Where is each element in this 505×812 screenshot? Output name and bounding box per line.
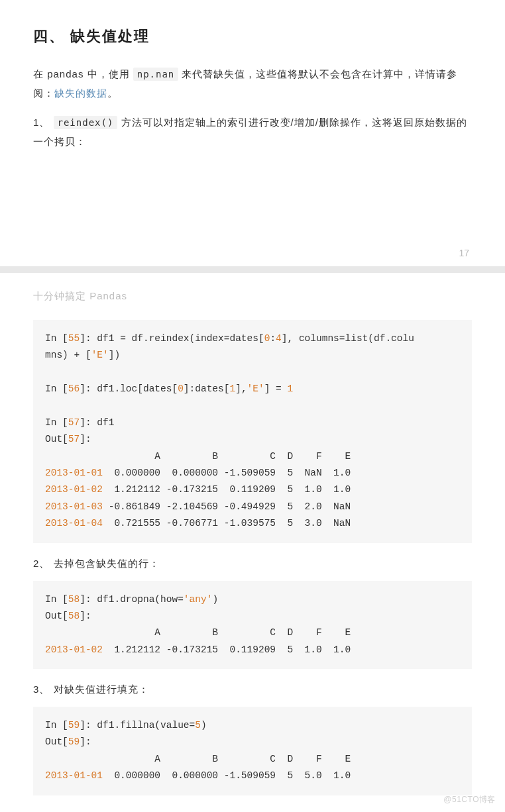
sub-2: 2、 去掉包含缺失值的行： <box>33 558 472 570</box>
t: 57 <box>68 417 80 428</box>
t: ]: <box>80 736 91 747</box>
t: ], <box>235 383 247 394</box>
code-reindex: reindex() <box>54 116 118 129</box>
t: 0.000000 0.000000 -1.509059 5 NaN 1.0 <box>103 468 351 478</box>
t: 'E' <box>247 383 264 394</box>
sub-3: 3、 对缺失值进行填充： <box>33 684 472 696</box>
t: 5 <box>195 720 201 731</box>
code-block-3: In [59]: df1.fillna(value=5) Out[59]: A … <box>33 707 472 795</box>
t: A B C D F E <box>45 627 351 638</box>
t: 58 <box>68 594 80 605</box>
t: In [ <box>45 720 68 731</box>
intro-post: 。 <box>107 87 118 99</box>
t: ) <box>212 594 218 605</box>
t: ]: <box>80 434 91 444</box>
code-block-2: In [58]: df1.dropna(how='any') Out[58]: … <box>33 581 472 670</box>
t: 1 <box>288 383 294 394</box>
t: 2013-01-02 <box>45 644 103 655</box>
t: 1.212112 -0.173215 0.119209 5 1.0 1.0 <box>103 644 351 655</box>
t: 'E' <box>91 350 109 360</box>
page-lower: 十分钟搞定 Pandas In [55]: df1 = df.reindex(i… <box>0 273 505 812</box>
t: 0.721555 -0.706771 -1.039575 5 3.0 NaN <box>103 518 351 529</box>
t: -0.861849 -2.104569 -0.494929 5 2.0 NaN <box>103 501 351 512</box>
page-upper: 四、 缺失值处理 在 pandas 中，使用 np.nan 来代替缺失值，这些值… <box>0 0 505 258</box>
t: ) <box>201 720 207 731</box>
t: ]:dates[ <box>184 383 230 394</box>
t: A B C D F E <box>45 451 351 462</box>
t: 0.000000 0.000000 -1.509059 5 5.0 1.0 <box>103 770 351 781</box>
t: 2013-01-03 <box>45 501 103 512</box>
t: 1.212112 -0.173215 0.119209 5 1.0 1.0 <box>103 484 351 495</box>
t: 59 <box>68 720 80 731</box>
code-np-nan: np.nan <box>133 68 179 81</box>
t: ] = <box>264 383 288 394</box>
t: 2013-01-01 <box>45 770 103 781</box>
link-missing-data[interactable]: 缺失的数据 <box>54 87 107 99</box>
spacer <box>33 162 472 248</box>
t: In [ <box>45 594 68 605</box>
t: 1 <box>229 383 235 394</box>
t: 57 <box>68 434 80 444</box>
t: 56 <box>68 383 80 394</box>
t: In [ <box>45 333 68 344</box>
t: 55 <box>68 333 80 344</box>
t: 0 <box>178 383 184 394</box>
t: Out[ <box>45 434 68 444</box>
t: ]: df1 <box>80 417 114 428</box>
t: ]: <box>80 611 91 621</box>
t: Out[ <box>45 611 68 621</box>
t: 59 <box>68 736 80 747</box>
t: ], columns=list(df.colu <box>282 333 414 344</box>
t: 58 <box>68 611 80 621</box>
t: : <box>270 333 276 344</box>
t: A B C D F E <box>45 754 351 764</box>
t: In [ <box>45 383 68 394</box>
t: ]: df1.loc[dates[ <box>80 383 178 394</box>
page-number: 17 <box>33 248 472 258</box>
t: ]) <box>109 350 120 360</box>
intro-paragraph: 在 pandas 中，使用 np.nan 来代替缺失值，这些值将默认不会包含在计… <box>33 65 472 103</box>
t: ]: df1.fillna(value= <box>80 720 195 731</box>
t: 2013-01-04 <box>45 518 103 529</box>
watermark: @51CTO博客 <box>443 794 496 805</box>
t: ]: df1 = df.reindex(index=dates[ <box>80 333 264 344</box>
t: 4 <box>276 333 282 344</box>
page-divider <box>0 266 505 273</box>
t: 2013-01-02 <box>45 484 103 495</box>
t: In [ <box>45 417 68 428</box>
t: 'any' <box>184 594 213 605</box>
t: mns) + [ <box>45 350 91 360</box>
section-title: 四、 缺失值处理 <box>33 26 472 46</box>
t: ]: df1.dropna(how= <box>80 594 184 605</box>
intro-pre: 在 pandas 中，使用 <box>33 68 133 79</box>
t: Out[ <box>45 736 68 747</box>
para-reindex: 1、 reindex() 方法可以对指定轴上的索引进行改变/增加/删除操作，这将… <box>33 113 472 151</box>
code-block-1: In [55]: df1 = df.reindex(index=dates[0:… <box>33 320 472 543</box>
para1-num: 1、 <box>33 117 54 128</box>
t: 2013-01-01 <box>45 468 103 478</box>
chapter-head: 十分钟搞定 Pandas <box>33 273 472 320</box>
